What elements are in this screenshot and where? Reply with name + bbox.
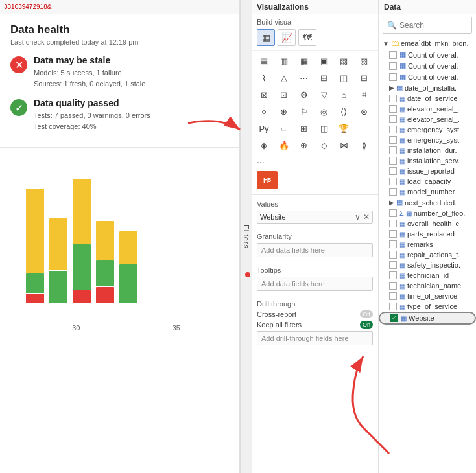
list-item[interactable]: ▦ installation_dur. xyxy=(379,145,476,156)
checkbox[interactable] xyxy=(389,303,397,310)
list-item[interactable]: ▦ safety_inspectio. xyxy=(379,260,476,270)
viz-cell-32[interactable]: 🔥 xyxy=(276,137,292,153)
list-item[interactable]: ▦ issue_reported xyxy=(379,166,476,176)
viz-cell-31[interactable]: ◈ xyxy=(256,137,272,153)
viz-cell-14[interactable]: ⊡ xyxy=(276,87,292,102)
list-item[interactable]: ▦ Count of overal. xyxy=(379,49,476,60)
viz-cell-7[interactable]: ⌇ xyxy=(256,70,272,86)
viz-cell-1[interactable]: ▤ xyxy=(256,53,272,69)
viz-cell-36[interactable]: ⟫ xyxy=(355,137,372,153)
list-item[interactable]: ▦ elevator_serial_. xyxy=(379,104,476,114)
viz-cell-10[interactable]: ⊞ xyxy=(316,70,333,86)
viz-cell-13[interactable]: ⊠ xyxy=(256,87,272,102)
viz-cell-20[interactable]: ⊕ xyxy=(276,104,292,119)
checkbox[interactable] xyxy=(389,282,397,290)
viz-cell-6[interactable]: ▨ xyxy=(355,53,372,69)
viz-icon-bar[interactable]: ▦ xyxy=(257,29,275,46)
search-box[interactable]: 🔍 xyxy=(383,17,472,34)
viz-cell-21[interactable]: ⚐ xyxy=(296,104,313,119)
list-item[interactable]: ▦ overall_health_c. xyxy=(379,218,476,229)
viz-cell-18[interactable]: ⌗ xyxy=(355,87,372,102)
values-chevron-down[interactable]: ∨ xyxy=(355,213,361,222)
cross-report-toggle[interactable]: Off xyxy=(360,310,373,318)
list-item[interactable]: ▦ type_of_service xyxy=(379,301,476,312)
viz-cell-26[interactable]: ⌙ xyxy=(276,121,292,136)
viz-cell-11[interactable]: ◫ xyxy=(335,70,352,86)
viz-cell-16[interactable]: ▽ xyxy=(316,87,333,102)
viz-cell-22[interactable]: ◎ xyxy=(316,104,333,119)
checkbox[interactable] xyxy=(389,157,397,165)
viz-icon-line[interactable]: 📈 xyxy=(278,29,296,46)
viz-cell-3[interactable]: ▦ xyxy=(296,53,313,69)
checkbox[interactable] xyxy=(389,271,397,279)
viz-cell-12[interactable]: ⊟ xyxy=(355,70,372,86)
checkbox[interactable] xyxy=(389,240,397,248)
viz-cell-2[interactable]: ▥ xyxy=(276,53,292,69)
checkbox[interactable] xyxy=(389,95,397,102)
filters-tab[interactable]: Filters xyxy=(240,0,252,473)
viz-cell-15[interactable]: ⚙ xyxy=(296,87,313,102)
checkbox[interactable] xyxy=(389,178,397,185)
viz-cell-29[interactable]: 🏆 xyxy=(335,121,352,136)
website-checkbox[interactable]: ✓ xyxy=(390,314,398,322)
list-item[interactable]: ▦ remarks xyxy=(379,239,476,249)
list-item[interactable]: ▦ technician_name xyxy=(379,281,476,291)
list-item[interactable]: ▦ load_capacity xyxy=(379,176,476,187)
viz-cell-17[interactable]: ⌂ xyxy=(335,87,352,102)
keep-filters-toggle[interactable]: On xyxy=(360,321,373,329)
granularity-input[interactable]: Add data fields here xyxy=(257,243,373,257)
list-item[interactable]: ▶ ▦ date_of_installa. xyxy=(379,82,476,93)
checkbox[interactable] xyxy=(389,261,397,269)
viz-cell-34[interactable]: ◇ xyxy=(316,137,333,153)
viz-cell-23[interactable]: ⟨⟩ xyxy=(335,104,352,119)
checkbox[interactable] xyxy=(389,115,397,123)
checkbox[interactable] xyxy=(389,188,397,196)
list-item[interactable]: ▦ model_number xyxy=(379,187,476,197)
drill-through-input[interactable]: Add drill-through fields here xyxy=(257,331,373,345)
checkbox[interactable] xyxy=(389,146,397,154)
tree-root[interactable]: ▼ 🗃 emea`dbt_mkn_bron. xyxy=(379,38,476,49)
values-close[interactable]: ✕ xyxy=(363,213,370,222)
viz-cell-25[interactable]: Py xyxy=(256,121,272,136)
list-item[interactable]: ▶ ▦ next_scheduled. xyxy=(379,197,476,208)
viz-cell-30[interactable] xyxy=(355,121,372,136)
viz-cell-24[interactable]: ⊗ xyxy=(355,104,372,119)
viz-icon-map[interactable]: 🗺 xyxy=(298,29,316,46)
viz-cell-19[interactable]: ⋄ xyxy=(256,104,272,119)
list-item[interactable]: ▦ emergency_syst. xyxy=(379,135,476,145)
list-item[interactable]: ▦ parts_replaced xyxy=(379,229,476,239)
viz-cell-4[interactable]: ▣ xyxy=(316,53,333,69)
viz-cell-8[interactable]: △ xyxy=(276,70,292,86)
list-item[interactable]: ▦ repair_actions_t. xyxy=(379,249,476,260)
list-item[interactable]: Σ ▦ number_of_floo. xyxy=(379,208,476,218)
viz-cell-5[interactable]: ▧ xyxy=(335,53,352,69)
list-item[interactable]: ▦ installation_serv. xyxy=(379,156,476,166)
website-list-item[interactable]: ✓ ▦ Website xyxy=(379,312,476,325)
values-row[interactable]: Website ∨ ✕ xyxy=(257,211,373,224)
viz-cell-35[interactable]: ⋈ xyxy=(335,137,352,153)
viz-cell-28[interactable]: ◫ xyxy=(316,121,333,136)
list-item[interactable]: ▦ Count of overal. xyxy=(379,60,476,71)
checkbox[interactable] xyxy=(389,251,397,259)
checkbox[interactable] xyxy=(389,73,397,81)
list-item[interactable]: ▦ technician_id xyxy=(379,270,476,281)
viz-cell-33[interactable]: ⊕ xyxy=(296,137,313,153)
viz-cell-9[interactable]: ⋯ xyxy=(296,70,313,86)
checkbox[interactable] xyxy=(389,136,397,144)
list-item[interactable]: ▦ elevator_serial_. xyxy=(379,114,476,124)
list-item[interactable]: ▦ Count of overal. xyxy=(379,71,476,82)
checkbox[interactable] xyxy=(389,126,397,133)
checkbox[interactable] xyxy=(389,167,397,175)
link-text[interactable]: 331039472918 xyxy=(4,3,47,10)
viz-cell-27[interactable]: ⊞ xyxy=(296,121,313,136)
checkbox[interactable] xyxy=(389,209,397,217)
checkbox[interactable] xyxy=(389,62,397,70)
checkbox[interactable] xyxy=(389,230,397,238)
search-input[interactable] xyxy=(399,21,476,30)
list-item[interactable]: ▦ time_of_service xyxy=(379,291,476,301)
list-item[interactable]: ▦ date_of_service xyxy=(379,93,476,104)
html5-button[interactable]: H5 xyxy=(257,171,278,189)
list-item[interactable]: ▦ emergency_syst. xyxy=(379,124,476,135)
tooltips-input[interactable]: Add data fields here xyxy=(257,277,373,291)
checkbox[interactable] xyxy=(389,51,397,59)
